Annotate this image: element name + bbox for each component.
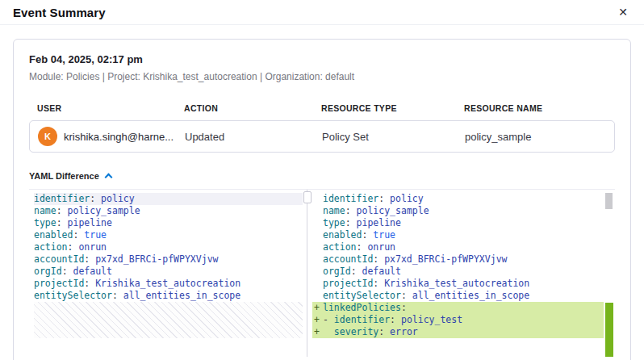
diff-splitter-handle[interactable]	[303, 191, 312, 203]
diff-added-line: + severity: error	[312, 326, 604, 338]
diff-added-line: +- identifier: policy_test	[312, 314, 604, 326]
diff-gutter	[312, 278, 323, 290]
modal-header: Event Summary ✕	[0, 0, 644, 25]
diff-line: action: onrun	[312, 241, 604, 253]
resource-name-cell: policy_sample	[465, 131, 606, 143]
diff-gutter	[312, 266, 323, 278]
column-header-user: USER	[37, 103, 184, 113]
user-email: krishika.singh@harne...	[64, 131, 174, 143]
column-header-resource-name: RESOURCE NAME	[464, 103, 607, 113]
diff-gutter	[312, 290, 323, 302]
action-cell: Updated	[185, 131, 322, 143]
overview-added-marker	[605, 303, 613, 357]
diff-splitter[interactable]	[303, 190, 312, 357]
diff-left-pane[interactable]: identifier: policyname: policy_sampletyp…	[29, 190, 303, 357]
user-cell: K krishika.singh@harne...	[38, 127, 185, 146]
diff-gutter	[312, 253, 323, 266]
diff-line: orgId: default	[34, 266, 303, 278]
yaml-diff-viewer: identifier: policyname: policy_sampletyp…	[29, 189, 615, 357]
yaml-difference-toggle[interactable]: YAML Difference	[29, 171, 111, 181]
column-header-action: ACTION	[184, 103, 321, 113]
diff-line: accountId: px7xd_BFRCi-pfWPYXVjvw	[34, 253, 303, 266]
diff-line: projectId: Krishika_test_autocreation	[312, 278, 604, 290]
diff-line: enabled: true	[312, 229, 604, 241]
modal-title: Event Summary	[13, 6, 106, 19]
chevron-up-icon	[104, 174, 112, 182]
diff-gutter: +	[312, 314, 323, 326]
table-header-row: USER ACTION RESOURCE TYPE RESOURCE NAME	[29, 103, 615, 113]
avatar: K	[38, 127, 57, 146]
diff-line: identifier: policy	[312, 193, 604, 205]
diff-line: entitySelector: all_entities_in_scope	[312, 290, 604, 302]
diff-line: name: policy_sample	[312, 205, 604, 217]
diff-line: accountId: px7xd_BFRCi-pfWPYXVjvw	[312, 253, 604, 266]
diff-gutter	[312, 229, 323, 241]
diff-gutter	[312, 205, 323, 217]
diff-line: type: pipeline	[34, 217, 303, 229]
diff-line: identifier: policy	[34, 193, 303, 205]
table-row: K krishika.singh@harne... Updated Policy…	[29, 120, 615, 153]
diff-gutter: +	[312, 326, 323, 338]
diff-gutter	[312, 217, 323, 229]
diff-added-line: +linkedPolicies:	[312, 302, 604, 314]
event-meta: Module: Policies | Project: Krishika_tes…	[29, 71, 615, 82]
resource-type-cell: Policy Set	[322, 131, 465, 143]
diff-line: action: onrun	[34, 241, 303, 253]
diff-line: entitySelector: all_entities_in_scope	[34, 290, 303, 302]
scrollbar-thumb[interactable]	[605, 193, 613, 209]
close-icon[interactable]: ✕	[615, 5, 631, 19]
yaml-difference-label: YAML Difference	[29, 171, 99, 181]
diff-right-pane[interactable]: identifier: policy name: policy_sample t…	[312, 190, 604, 357]
event-timestamp: Feb 04, 2025, 02:17 pm	[29, 53, 615, 65]
diff-placeholder-region	[34, 302, 303, 338]
diff-line: enabled: true	[34, 229, 303, 241]
diff-line: type: pipeline	[312, 217, 604, 229]
event-card: Feb 04, 2025, 02:17 pm Module: Policies …	[13, 39, 631, 360]
overview-ruler[interactable]	[604, 190, 615, 357]
diff-line: projectId: Krishika_test_autocreation	[34, 278, 303, 290]
column-header-resource-type: RESOURCE TYPE	[321, 103, 464, 113]
diff-gutter	[312, 193, 323, 205]
diff-line: orgId: default	[312, 266, 604, 278]
diff-gutter	[312, 241, 323, 253]
diff-gutter: +	[312, 302, 323, 314]
diff-line: name: policy_sample	[34, 205, 303, 217]
